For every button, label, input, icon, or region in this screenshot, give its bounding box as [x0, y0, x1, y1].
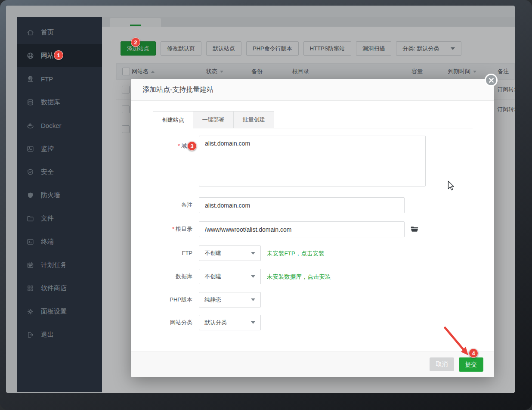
ftp-label: FTP [141, 249, 192, 257]
folder-picker-icon[interactable] [410, 225, 419, 233]
step-badge-3: 3 [187, 141, 197, 151]
step-badge-2: 2 [131, 37, 140, 47]
tab-batch-create[interactable]: 批量创建 [234, 111, 274, 128]
step-badge-1: 1 [54, 50, 63, 60]
chevron-down-icon [251, 252, 255, 255]
database-install-link[interactable]: 未安装数据库，点击安装 [267, 273, 331, 281]
database-label: 数据库 [141, 273, 192, 280]
database-select[interactable]: 不创建 [199, 269, 261, 284]
mouse-cursor [448, 180, 455, 192]
chevron-down-icon [251, 321, 255, 324]
remark-input[interactable] [199, 197, 405, 213]
domain-textarea[interactable]: alist.domain.com [199, 136, 426, 186]
php-version-select[interactable]: 纯静态 [199, 292, 261, 308]
domain-label: *域名 [141, 142, 192, 150]
site-category-label: 网站分类 [141, 319, 192, 326]
panel-window: 添加站点 修改默认页 默认站点 PHP命令行版本 HTTPS防窜站 漏洞扫描 分… [6, 6, 515, 393]
site-category-select[interactable]: 默认分类 [199, 315, 261, 330]
close-icon[interactable] [485, 74, 498, 87]
root-dir-input[interactable] [199, 221, 405, 237]
chevron-down-icon [251, 298, 255, 301]
tab-create-site[interactable]: 创建站点 [153, 111, 193, 129]
ftp-select[interactable]: 不创建 [199, 245, 261, 261]
chevron-down-icon [251, 275, 255, 278]
modal-title: 添加站点-支持批量建站 [131, 79, 494, 101]
ftp-install-link[interactable]: 未安装FTP，点击安装 [267, 250, 325, 258]
annotation-arrow [439, 321, 478, 362]
php-version-label: PHP版本 [141, 296, 192, 304]
root-dir-label: *根目录 [141, 225, 192, 233]
modal-tabs: 创建站点 一键部署 批量创建 [153, 111, 473, 128]
remark-label: 备注 [141, 201, 192, 209]
screenshot-frame: 添加站点 修改默认页 默认站点 PHP命令行版本 HTTPS防窜站 漏洞扫描 分… [0, 0, 532, 410]
tab-one-click-deploy[interactable]: 一键部署 [193, 111, 234, 128]
